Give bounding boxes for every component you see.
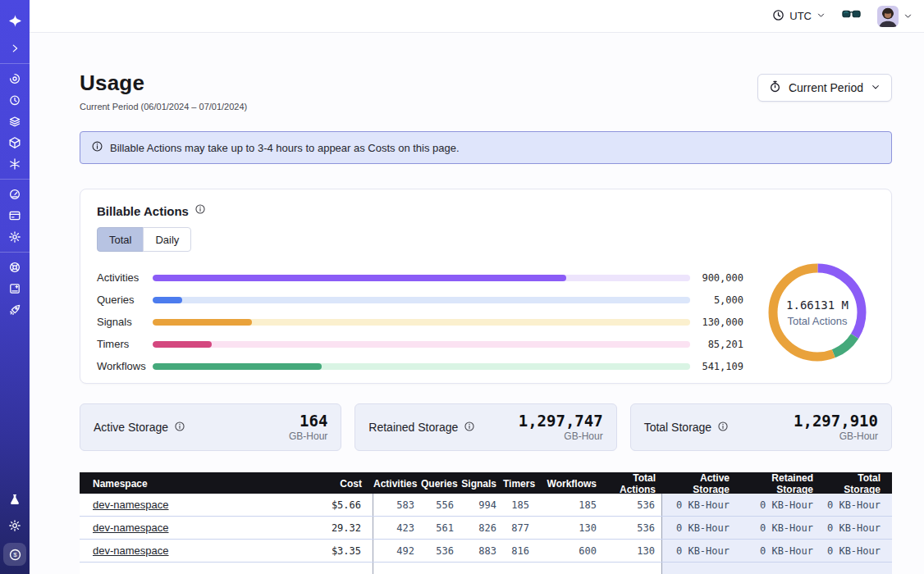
sidebar: $ <box>0 0 30 574</box>
stopwatch-icon <box>769 80 781 95</box>
sidebar-divider <box>0 63 30 64</box>
namespace-usage-table: Namespace Cost Activities Queries Signal… <box>80 472 892 574</box>
cell-signals: 883 <box>460 545 503 557</box>
cell-timers: 816 <box>503 545 536 557</box>
sidebar-divider <box>0 179 30 180</box>
cell-signals: 826 <box>460 522 503 534</box>
cell-total-storage: 0 KB-Hour <box>825 494 892 516</box>
storage-card-label: Total Storage <box>644 421 712 434</box>
avatar <box>877 6 899 27</box>
period-button-label: Current Period <box>789 81 863 94</box>
namespace-link[interactable]: dev-namespace <box>93 544 169 557</box>
book-plus-icon[interactable] <box>2 278 27 299</box>
spiral-icon[interactable] <box>2 68 27 89</box>
info-icon[interactable] <box>464 421 475 435</box>
cell-activities: 492 <box>373 545 421 557</box>
cell-queries: 561 <box>421 522 460 534</box>
info-icon[interactable] <box>174 421 185 435</box>
usage-dollar-icon[interactable]: $ <box>3 543 26 566</box>
cell-total-actions: 130 <box>603 540 662 562</box>
header-queries: Queries <box>421 478 460 490</box>
total-actions-donut: 1.66131 M Total Actions <box>765 260 870 365</box>
cube-icon[interactable] <box>2 132 27 153</box>
gear-icon[interactable] <box>2 226 27 248</box>
cell-retained-storage: 0 KB-Hour <box>741 540 825 562</box>
table-row-partial <box>80 563 892 574</box>
cell-timers: 877 <box>503 522 536 534</box>
bar-fill <box>153 319 252 326</box>
header-cost: Cost <box>283 478 373 490</box>
page-title: Usage <box>80 71 247 96</box>
info-icon[interactable] <box>194 203 206 218</box>
billable-actions-card: Billable Actions Total Daily Activities … <box>80 189 892 384</box>
cell-timers: 185 <box>503 499 536 511</box>
header-total-actions: Total Actions <box>603 472 662 495</box>
header-active-storage: Active Storage <box>662 472 741 495</box>
cell-activities: 583 <box>373 499 421 511</box>
sun-icon[interactable] <box>2 515 27 536</box>
cell-retained-storage: 0 KB-Hour <box>741 517 825 539</box>
period-dropdown-button[interactable]: Current Period <box>757 74 892 102</box>
donut-total-label: Total Actions <box>788 315 848 327</box>
timezone-label: UTC <box>789 10 812 22</box>
storage-summary: Active Storage 164 GB-Hour Retained Stor… <box>80 403 892 451</box>
user-menu[interactable] <box>877 6 913 27</box>
storage-card-label: Retained Storage <box>368 421 458 434</box>
lab-flask-icon[interactable] <box>2 489 27 510</box>
expand-chevron-right-icon[interactable] <box>2 38 27 59</box>
storage-card-unit: GB-Hour <box>519 430 603 442</box>
cell-total-actions: 536 <box>603 494 662 516</box>
table-row: dev-namespace 29.32 423 561 826 877 130 … <box>80 517 892 540</box>
chevron-down-icon <box>871 81 881 94</box>
disguise-glasses-button[interactable] <box>842 8 861 24</box>
storage-card-value: 1,297,747 <box>519 412 603 430</box>
namespace-link[interactable]: dev-namespace <box>93 522 169 534</box>
header-signals: Signals <box>460 478 503 490</box>
gauge-icon[interactable] <box>2 184 27 205</box>
bar-row-signals: Signals 130,000 <box>97 311 745 333</box>
cell-workflows: 600 <box>536 545 603 557</box>
cell-signals: 994 <box>460 499 503 511</box>
cell-total-storage: 0 KB-Hour <box>825 540 892 562</box>
active-storage-card: Active Storage 164 GB-Hour <box>80 403 341 451</box>
topbar: UTC <box>30 0 924 33</box>
cell-active-storage: 0 KB-Hour <box>662 494 741 516</box>
lifebuoy-icon[interactable] <box>2 257 27 278</box>
header-retained-storage: Retained Storage <box>741 472 825 495</box>
header-timers: Timers <box>503 478 536 490</box>
storage-card-unit: GB-Hour <box>289 430 327 442</box>
svg-text:$: $ <box>13 551 17 558</box>
tab-daily[interactable]: Daily <box>143 227 191 252</box>
bar-row-workflows: Workflows 541,109 <box>97 355 745 377</box>
cell-active-storage: 0 KB-Hour <box>662 540 741 562</box>
timezone-dropdown[interactable]: UTC <box>772 9 826 24</box>
bar-fill <box>153 363 322 370</box>
bar-fill <box>153 297 182 303</box>
cell-total-actions: 536 <box>603 517 662 539</box>
info-icon <box>91 140 103 155</box>
layers-icon[interactable] <box>2 111 27 132</box>
cell-cost: $3.35 <box>283 540 373 562</box>
header-total-storage: Total Storage <box>825 472 892 495</box>
banner-text: Billable Actions may take up to 3-4 hour… <box>110 142 460 154</box>
info-icon[interactable] <box>717 421 729 435</box>
cell-total-storage: 0 KB-Hour <box>825 517 892 539</box>
temporal-logo-icon[interactable] <box>2 10 27 31</box>
billable-actions-title: Billable Actions <box>97 204 189 218</box>
cell-cost: $5.66 <box>283 494 373 516</box>
header-workflows: Workflows <box>536 478 603 490</box>
storage-card-value: 1,297,910 <box>794 412 878 430</box>
tab-total[interactable]: Total <box>97 227 144 252</box>
browser-card-icon[interactable] <box>2 205 27 226</box>
billable-bars-chart: Activities 900,000 Queries 5,000 Signals… <box>97 266 745 377</box>
clock-icon[interactable] <box>2 89 27 111</box>
billable-view-toggle: Total Daily <box>97 227 191 252</box>
cell-workflows: 130 <box>536 522 603 534</box>
cell-queries: 536 <box>421 545 460 557</box>
bar-row-timers: Timers 85,201 <box>97 333 745 355</box>
namespace-link[interactable]: dev-namespace <box>93 499 169 511</box>
asterisk-icon[interactable] <box>2 153 27 175</box>
rocket-icon[interactable] <box>2 299 27 321</box>
donut-total-value: 1.66131 M <box>786 298 849 312</box>
storage-card-label: Active Storage <box>94 421 168 434</box>
